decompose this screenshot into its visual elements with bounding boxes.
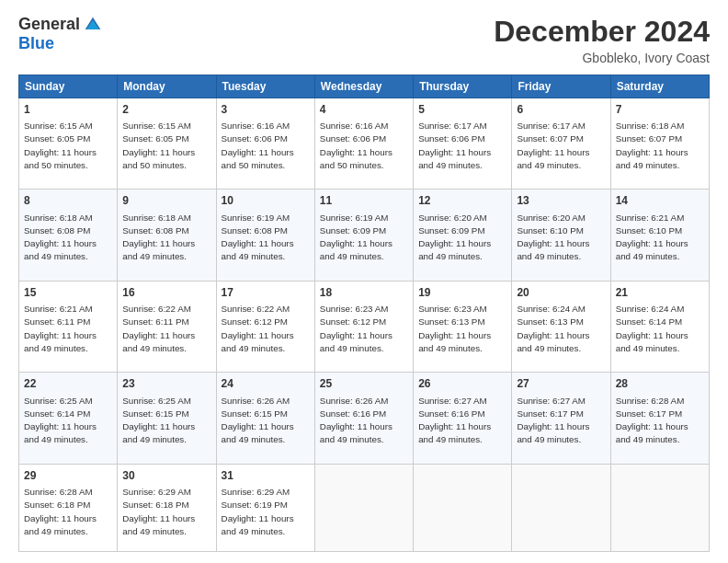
sunrise-info: Sunrise: 6:23 AM <box>418 304 487 314</box>
col-thursday: Thursday <box>414 75 512 98</box>
table-row: 29 Sunrise: 6:28 AM Sunset: 6:18 PM Dayl… <box>19 464 118 551</box>
table-row: 19 Sunrise: 6:23 AM Sunset: 6:13 PM Dayl… <box>414 281 512 372</box>
day-number: 13 <box>517 193 605 208</box>
day-number: 18 <box>320 285 408 300</box>
sunrise-info: Sunrise: 6:23 AM <box>320 304 389 314</box>
sunrise-info: Sunrise: 6:20 AM <box>418 213 487 223</box>
daylight-info: Daylight: 11 hours and 49 minutes. <box>122 421 195 444</box>
day-number: 31 <box>222 468 310 483</box>
sunset-info: Sunset: 6:16 PM <box>418 408 484 419</box>
sunrise-info: Sunrise: 6:19 AM <box>222 213 290 223</box>
sunset-info: Sunset: 6:06 PM <box>320 133 386 144</box>
sunset-info: Sunset: 6:12 PM <box>222 316 288 327</box>
sunset-info: Sunset: 6:08 PM <box>222 225 288 236</box>
sunrise-info: Sunrise: 6:25 AM <box>24 396 93 406</box>
table-row: 23 Sunrise: 6:25 AM Sunset: 6:15 PM Dayl… <box>118 373 216 464</box>
table-row: 12 Sunrise: 6:20 AM Sunset: 6:09 PM Dayl… <box>414 190 512 281</box>
calendar-table: Sunday Monday Tuesday Wednesday Thursday… <box>18 75 710 552</box>
table-row: 11 Sunrise: 6:19 AM Sunset: 6:09 PM Dayl… <box>314 190 413 281</box>
sunrise-info: Sunrise: 6:16 AM <box>320 121 389 131</box>
sunset-info: Sunset: 6:17 PM <box>616 408 682 419</box>
sunrise-info: Sunrise: 6:18 AM <box>616 121 685 131</box>
sunrise-info: Sunrise: 6:25 AM <box>122 396 191 406</box>
table-row: 31 Sunrise: 6:29 AM Sunset: 6:19 PM Dayl… <box>216 464 314 551</box>
logo: General Blue <box>18 15 102 53</box>
table-row: 22 Sunrise: 6:25 AM Sunset: 6:14 PM Dayl… <box>19 373 118 464</box>
table-row <box>314 464 413 551</box>
sunset-info: Sunset: 6:15 PM <box>222 408 288 419</box>
sunrise-info: Sunrise: 6:17 AM <box>517 121 586 131</box>
daylight-info: Daylight: 11 hours and 49 minutes. <box>122 330 195 353</box>
sunset-info: Sunset: 6:13 PM <box>517 316 583 327</box>
sunset-info: Sunset: 6:13 PM <box>418 316 484 327</box>
table-row: 24 Sunrise: 6:26 AM Sunset: 6:15 PM Dayl… <box>216 373 314 464</box>
sunset-info: Sunset: 6:15 PM <box>122 408 188 419</box>
daylight-info: Daylight: 11 hours and 49 minutes. <box>24 330 97 353</box>
col-sunday: Sunday <box>19 75 118 98</box>
day-number: 25 <box>320 376 408 391</box>
day-number: 11 <box>320 193 408 208</box>
table-row: 21 Sunrise: 6:24 AM Sunset: 6:14 PM Dayl… <box>610 281 709 372</box>
table-row: 5 Sunrise: 6:17 AM Sunset: 6:06 PM Dayli… <box>414 98 512 190</box>
daylight-info: Daylight: 11 hours and 50 minutes. <box>320 147 392 170</box>
daylight-info: Daylight: 11 hours and 49 minutes. <box>320 330 392 353</box>
day-number: 15 <box>24 285 112 300</box>
table-row: 14 Sunrise: 6:21 AM Sunset: 6:10 PM Dayl… <box>610 190 709 281</box>
title-block: December 2024 Gbobleko, Ivory Coast <box>494 15 710 65</box>
day-number: 12 <box>418 193 506 208</box>
logo-blue-text: Blue <box>18 34 54 53</box>
daylight-info: Daylight: 11 hours and 50 minutes. <box>122 147 195 170</box>
daylight-info: Daylight: 11 hours and 49 minutes. <box>222 513 294 536</box>
sunrise-info: Sunrise: 6:22 AM <box>122 304 191 314</box>
sunrise-info: Sunrise: 6:15 AM <box>122 121 191 131</box>
sunset-info: Sunset: 6:18 PM <box>122 500 188 510</box>
sunrise-info: Sunrise: 6:21 AM <box>24 304 93 314</box>
daylight-info: Daylight: 11 hours and 49 minutes. <box>517 421 589 444</box>
daylight-info: Daylight: 11 hours and 49 minutes. <box>418 330 491 353</box>
daylight-info: Daylight: 11 hours and 49 minutes. <box>320 238 392 261</box>
sunrise-info: Sunrise: 6:17 AM <box>418 121 487 131</box>
table-row: 10 Sunrise: 6:19 AM Sunset: 6:08 PM Dayl… <box>216 190 314 281</box>
sunrise-info: Sunrise: 6:26 AM <box>320 396 389 406</box>
daylight-info: Daylight: 11 hours and 50 minutes. <box>24 147 97 170</box>
day-number: 5 <box>418 102 506 117</box>
sunset-info: Sunset: 6:17 PM <box>517 408 583 419</box>
sunset-info: Sunset: 6:11 PM <box>122 316 188 327</box>
header: General Blue December 2024 Gbobleko, Ivo… <box>18 15 710 65</box>
table-row: 2 Sunrise: 6:15 AM Sunset: 6:05 PM Dayli… <box>118 98 216 190</box>
col-friday: Friday <box>512 75 610 98</box>
table-row: 4 Sunrise: 6:16 AM Sunset: 6:06 PM Dayli… <box>314 98 413 190</box>
sunset-info: Sunset: 6:07 PM <box>517 133 583 144</box>
table-row: 15 Sunrise: 6:21 AM Sunset: 6:11 PM Dayl… <box>19 281 118 372</box>
table-row <box>414 464 512 551</box>
day-number: 30 <box>122 468 210 483</box>
sunset-info: Sunset: 6:12 PM <box>320 316 386 327</box>
sunset-info: Sunset: 6:11 PM <box>24 316 90 327</box>
day-number: 21 <box>616 285 704 300</box>
sunset-info: Sunset: 6:16 PM <box>320 408 386 419</box>
sunrise-info: Sunrise: 6:15 AM <box>24 121 93 131</box>
daylight-info: Daylight: 11 hours and 49 minutes. <box>122 238 195 261</box>
sunset-info: Sunset: 6:19 PM <box>222 500 288 510</box>
sunrise-info: Sunrise: 6:27 AM <box>418 396 487 406</box>
day-number: 3 <box>222 102 310 117</box>
sunrise-info: Sunrise: 6:24 AM <box>616 304 685 314</box>
table-row: 18 Sunrise: 6:23 AM Sunset: 6:12 PM Dayl… <box>314 281 413 372</box>
day-number: 9 <box>122 193 210 208</box>
sunset-info: Sunset: 6:08 PM <box>122 225 188 236</box>
sunset-info: Sunset: 6:10 PM <box>517 225 583 236</box>
sunset-info: Sunset: 6:06 PM <box>418 133 484 144</box>
daylight-info: Daylight: 11 hours and 49 minutes. <box>122 513 195 536</box>
sunset-info: Sunset: 6:14 PM <box>24 408 90 419</box>
sunrise-info: Sunrise: 6:27 AM <box>517 396 586 406</box>
table-row: 20 Sunrise: 6:24 AM Sunset: 6:13 PM Dayl… <box>512 281 610 372</box>
daylight-info: Daylight: 11 hours and 49 minutes. <box>320 421 392 444</box>
sunset-info: Sunset: 6:05 PM <box>122 133 188 144</box>
day-number: 16 <box>122 285 210 300</box>
day-number: 27 <box>517 376 605 391</box>
sunset-info: Sunset: 6:10 PM <box>616 225 682 236</box>
sunrise-info: Sunrise: 6:26 AM <box>222 396 290 406</box>
sunrise-info: Sunrise: 6:22 AM <box>222 304 290 314</box>
daylight-info: Daylight: 11 hours and 49 minutes. <box>616 421 688 444</box>
daylight-info: Daylight: 11 hours and 50 minutes. <box>222 147 294 170</box>
